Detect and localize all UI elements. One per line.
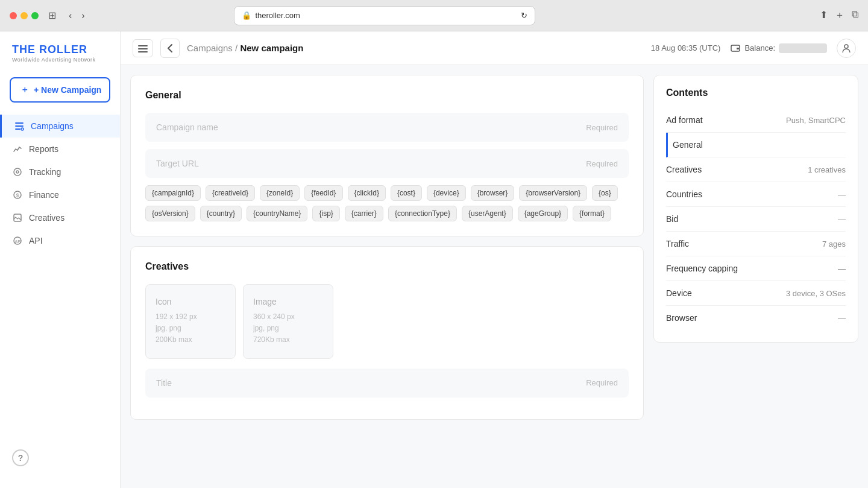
traffic-light-green[interactable] — [31, 12, 39, 19]
contents-item-device[interactable]: Device 3 device, 3 OSes — [666, 281, 846, 306]
tag-userAgent[interactable]: {userAgent} — [462, 206, 513, 221]
lock-icon: 🔒 — [242, 11, 251, 20]
header-right: 18 Aug 08:35 (UTC) Balance: — [651, 39, 856, 58]
form-panel: General Campaign name Required Target UR… — [130, 75, 644, 478]
tag-campaignId[interactable]: {campaignId} — [145, 185, 201, 201]
tag-feedId[interactable]: {feedId} — [304, 185, 342, 201]
tag-connectionType[interactable]: {connectionType} — [388, 206, 457, 221]
breadcrumb-parent: Campaigns — [187, 43, 233, 53]
traffic-light-red[interactable] — [10, 12, 17, 19]
campaign-name-required: Required — [586, 123, 618, 132]
target-url-field[interactable]: Target URL Required — [145, 149, 629, 178]
ad-format-label: Ad format — [666, 115, 703, 125]
svg-rect-12 — [737, 48, 739, 49]
traffic-lights — [10, 12, 39, 19]
sidebar-toggle-icon[interactable]: ⊞ — [46, 10, 58, 22]
sidebar-bottom: ? — [0, 440, 120, 476]
creative-title-field[interactable]: Title Required — [145, 369, 629, 398]
tag-format[interactable]: {format} — [573, 206, 611, 221]
reload-icon[interactable]: ↻ — [521, 11, 527, 20]
frequency-capping-label: Frequency capping — [666, 264, 738, 273]
new-tab-icon[interactable]: ＋ — [835, 9, 844, 22]
sidebar-item-creatives[interactable]: Creatives — [0, 206, 120, 229]
icon-size: 200Kb max — [156, 335, 192, 344]
campaign-name-field[interactable]: Campaign name Required — [145, 113, 629, 142]
tag-osVersion[interactable]: {osVersion} — [145, 206, 195, 221]
finance-label: Finance — [29, 190, 59, 200]
browser-forward-button[interactable]: › — [78, 9, 88, 22]
browser-nav: ‹ › — [65, 9, 89, 22]
sidebar-item-reports[interactable]: Reports — [0, 138, 120, 160]
header-menu-button[interactable] — [133, 39, 153, 57]
creative-title-placeholder: Title — [156, 378, 172, 388]
tag-browserVersion[interactable]: {browserVersion} — [519, 185, 587, 201]
image-formats: jpg, png — [253, 324, 279, 332]
image-slot-info: 360 x 240 px jpg, png 720Kb max — [253, 311, 323, 346]
svg-rect-9 — [138, 48, 148, 49]
frequency-capping-value: — — [838, 264, 846, 273]
logo-sub: Worldwide Advertising Network — [12, 57, 108, 63]
url-tags-container: {campaignId} {creativeId} {zoneId} {feed… — [145, 185, 629, 221]
traffic-light-yellow[interactable] — [20, 12, 28, 19]
tag-creativeId[interactable]: {creativeId} — [206, 185, 255, 201]
content-area: General Campaign name Required Target UR… — [121, 65, 868, 488]
tag-os[interactable]: {os} — [592, 185, 618, 201]
balance-area: Balance: — [730, 43, 827, 54]
tabs-icon[interactable]: ⧉ — [852, 9, 858, 22]
logo-text: THE ROLLER — [12, 43, 108, 56]
image-size: 720Kb max — [253, 335, 290, 344]
contents-item-countries[interactable]: Countries — — [666, 182, 846, 207]
sidebar-item-api[interactable]: API API — [0, 229, 120, 252]
icon-slot[interactable]: Icon 192 x 192 px jpg, png 200Kb max — [145, 284, 236, 359]
tag-zoneId[interactable]: {zoneId} — [260, 185, 300, 201]
contents-item-general[interactable]: General — [666, 133, 846, 157]
tag-device[interactable]: {device} — [427, 185, 466, 201]
browser-back-button[interactable]: ‹ — [65, 9, 75, 22]
contents-item-bid[interactable]: Bid — — [666, 207, 846, 232]
reports-label: Reports — [29, 144, 58, 154]
sidebar-item-campaigns[interactable]: Campaigns — [0, 115, 120, 138]
new-campaign-button[interactable]: ＋ + New Campaign — [10, 77, 110, 103]
sidebar-item-tracking[interactable]: Tracking — [0, 160, 120, 183]
tag-ageGroup[interactable]: {ageGroup} — [518, 206, 568, 221]
header-back-button[interactable] — [160, 39, 180, 58]
app: THE ROLLER Worldwide Advertising Network… — [0, 31, 868, 488]
campaign-name-placeholder: Campaign name — [156, 122, 218, 132]
tracking-icon — [12, 166, 23, 177]
address-bar[interactable]: 🔒 theroller.com ↻ — [234, 6, 535, 25]
tag-carrier[interactable]: {carrier} — [345, 206, 383, 221]
contents-item-ad-format[interactable]: Ad format Push, SmartCPC — [666, 108, 846, 133]
svg-point-13 — [844, 45, 848, 48]
header-timestamp: 18 Aug 08:35 (UTC) — [651, 43, 721, 52]
contents-item-browser[interactable]: Browser — — [666, 306, 846, 330]
image-slot[interactable]: Image 360 x 240 px jpg, png 720Kb max — [243, 284, 333, 359]
user-account-button[interactable] — [837, 39, 856, 58]
creatives-section: Creatives Icon 192 x 192 px jpg, png 200… — [130, 246, 644, 420]
tag-cost[interactable]: {cost} — [391, 185, 422, 201]
icon-slot-info: 192 x 192 px jpg, png 200Kb max — [156, 311, 225, 346]
general-section: General Campaign name Required Target UR… — [130, 75, 644, 236]
svg-point-1 — [14, 168, 21, 176]
tag-clickId[interactable]: {clickId} — [348, 185, 386, 201]
help-button[interactable]: ? — [12, 449, 29, 466]
tag-countryName[interactable]: {countryName} — [247, 206, 307, 221]
share-icon[interactable]: ⬆ — [820, 9, 828, 22]
contents-item-frequency-capping[interactable]: Frequency capping — — [666, 256, 846, 281]
balance-value — [779, 43, 827, 53]
contents-item-traffic[interactable]: Traffic 7 ages — [666, 232, 846, 256]
tag-browser[interactable]: {browser} — [471, 185, 515, 201]
tag-country[interactable]: {country} — [200, 206, 242, 221]
new-campaign-label: + New Campaign — [34, 85, 101, 95]
bid-value: — — [838, 215, 846, 224]
creatives-label: Creatives — [29, 213, 64, 223]
svg-text:$: $ — [16, 192, 19, 198]
campaigns-label: Campaigns — [31, 121, 74, 131]
tag-isp[interactable]: {isp} — [312, 206, 339, 221]
contents-item-creatives[interactable]: Creatives 1 creatives — [666, 157, 846, 182]
breadcrumb: Campaigns / New campaign — [187, 43, 303, 53]
device-label: Device — [666, 288, 692, 298]
traffic-value: 7 ages — [822, 239, 846, 249]
sidebar-item-finance[interactable]: $ Finance — [0, 183, 120, 206]
general-label: General — [673, 140, 703, 150]
main: Campaigns / New campaign 18 Aug 08:35 (U… — [121, 31, 868, 488]
